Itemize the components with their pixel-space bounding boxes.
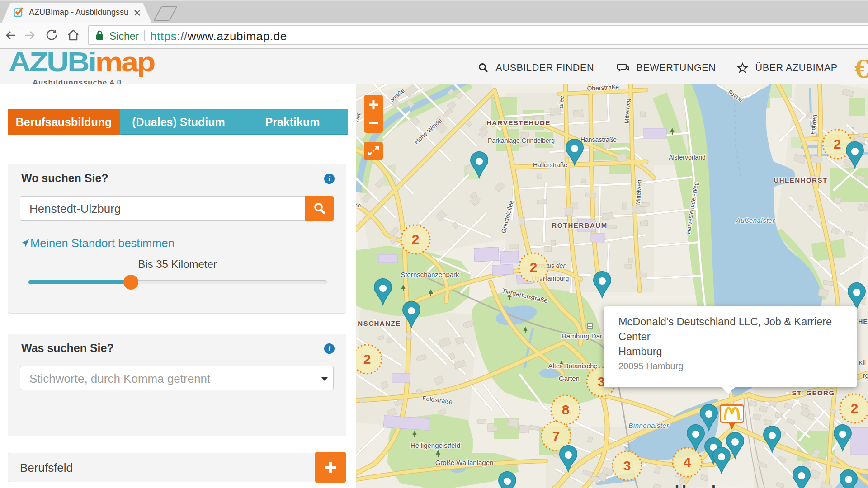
svg-text:NSCHANZE: NSCHANZE [358, 319, 401, 327]
svg-text:Außenalster: Außenalster [736, 216, 775, 224]
svg-text:Hallerstraße: Hallerstraße [533, 161, 567, 169]
svg-text:Sternschanzenpark: Sternschanzenpark [401, 271, 459, 278]
svg-text:ee: ee [356, 202, 361, 209]
svg-text:Hamburg: Hamburg [675, 482, 749, 488]
svg-text:4: 4 [684, 455, 691, 469]
svg-text:rg: rg [863, 372, 868, 379]
svg-text:Binnenalster: Binnenalster [628, 422, 669, 429]
svg-text:Alter Botanische: Alter Botanische [548, 362, 597, 370]
svg-text:HE: HE [858, 318, 868, 325]
svg-text:7: 7 [552, 428, 560, 443]
svg-text:HARVESTEHUDE: HARVESTEHUDE [486, 119, 551, 127]
svg-text:2: 2 [530, 260, 538, 275]
svg-text:Mittelweg: Mittelweg [623, 99, 632, 124]
svg-text:2: 2 [412, 232, 420, 247]
svg-text:ST. GEORG: ST. GEORG [792, 389, 835, 397]
svg-text:Alstervorland: Alstervorland [669, 154, 706, 161]
svg-text:UHLENHORST: UHLENHORST [774, 176, 827, 184]
svg-text:2: 2 [851, 401, 859, 416]
svg-text:Heiligengeistfeld: Heiligengeistfeld [410, 441, 460, 449]
svg-text:2: 2 [834, 136, 841, 151]
svg-text:Kli: Kli [859, 359, 866, 366]
svg-text:Parkanlage Grindelberg: Parkanlage Grindelberg [488, 137, 555, 144]
svg-text:ROTHERBAUM: ROTHERBAUM [552, 221, 607, 229]
svg-text:3: 3 [623, 458, 631, 473]
svg-text:Große Wallanlagen: Große Wallanlagen [435, 459, 494, 466]
svg-text:2: 2 [363, 352, 371, 366]
svg-text:Mittelweg: Mittelweg [635, 180, 643, 205]
svg-text:®: ® [740, 418, 742, 421]
svg-text:Hansastraße: Hansastraße [580, 136, 617, 143]
svg-text:Garten: Garten [559, 375, 580, 382]
svg-text:Hamburg Dar: Hamburg Dar [561, 332, 602, 340]
svg-text:8: 8 [562, 402, 570, 417]
svg-text:allee: allee [557, 95, 565, 108]
